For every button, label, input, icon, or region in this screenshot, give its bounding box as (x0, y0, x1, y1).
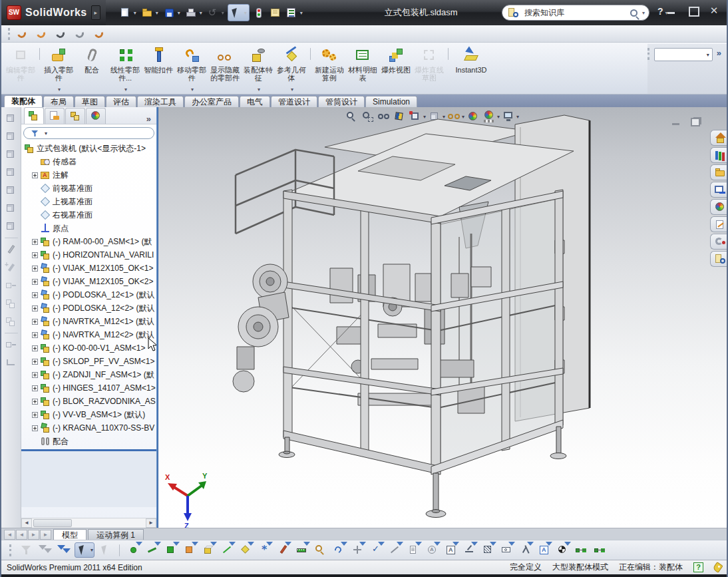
expander-icon[interactable] (32, 266, 38, 272)
tree-item[interactable]: 右视基准面 (21, 208, 156, 222)
rebuild-stoplight[interactable] (251, 4, 266, 21)
command-tab[interactable]: 评估 (106, 96, 136, 107)
tree-item[interactable]: 传感器 (21, 155, 156, 168)
edit-sketch[interactable] (3, 241, 19, 258)
property-manager-tab[interactable] (45, 108, 65, 124)
new-document[interactable]: ▾ (118, 4, 138, 21)
filter-annotations[interactable] (536, 543, 552, 557)
maximize-button[interactable] (687, 5, 699, 16)
knowledge-search-box[interactable]: 搜索知识库 ▾ (502, 5, 649, 21)
command-tab[interactable]: Simulation (365, 96, 417, 107)
ribbon-button[interactable]: 新建运动算例 (313, 44, 346, 94)
model-tab[interactable]: 模型 (53, 529, 87, 540)
expander-icon[interactable] (32, 279, 38, 285)
tree-item[interactable]: 上视基准面 (21, 195, 156, 208)
filter-balloons[interactable] (425, 543, 440, 557)
ribbon-button[interactable]: 显示隐藏的零部件 (208, 44, 242, 94)
view-palette[interactable] (710, 182, 728, 198)
first-tab[interactable]: ◄ (4, 530, 15, 540)
tree-item[interactable]: 原点 (21, 222, 156, 235)
ribbon-button[interactable]: 装配体特征 ▾ (242, 44, 275, 94)
tree-item[interactable]: 注解 (21, 168, 156, 182)
ribbon-overflow-chevron[interactable]: » (717, 48, 721, 58)
tree-horizontal-scrollbar[interactable]: ◄ ► (21, 518, 156, 528)
toolbar-grip[interactable] (647, 48, 650, 60)
filter-all[interactable] (56, 543, 71, 557)
ribbon-button[interactable]: 爆炸直线草图 (413, 44, 446, 94)
tree-item[interactable]: (-) VV-VB_ASM<1> (默认) (21, 408, 156, 421)
command-tab[interactable]: 装配体 (4, 95, 43, 107)
view-top[interactable] (3, 182, 19, 199)
expander-icon[interactable] (32, 425, 38, 431)
undo[interactable]: ▾ (206, 4, 226, 21)
insert-sketch[interactable] (3, 259, 19, 276)
filter-surface-bodies[interactable] (182, 543, 198, 557)
clear-selection-filters[interactable] (19, 543, 34, 557)
file-explorer[interactable] (710, 164, 728, 180)
filter-faces[interactable] (164, 543, 179, 557)
filter-sketch-segments[interactable] (294, 543, 309, 557)
expander-icon[interactable] (32, 359, 38, 365)
ribbon-button[interactable]: Instant3D (451, 44, 492, 94)
scroll-right-icon[interactable]: ► (146, 518, 156, 528)
filter-routing-points[interactable] (574, 543, 589, 557)
ribbon-button[interactable]: 移动零部件 ▾ (175, 44, 208, 94)
filter-temporary-axes[interactable] (387, 543, 403, 557)
command-tab[interactable]: 管道设计 (271, 96, 317, 107)
expander-icon[interactable] (32, 172, 38, 178)
custom-properties[interactable] (710, 216, 728, 232)
ribbon-button[interactable] (310, 48, 311, 60)
filter-midpoints[interactable] (331, 543, 347, 557)
filter-sketches[interactable] (275, 543, 291, 557)
filter-weld-symbols[interactable] (462, 543, 477, 557)
tree-item[interactable]: 配合 (21, 435, 156, 448)
ribbon-button[interactable] (448, 48, 449, 60)
expander-icon[interactable] (32, 412, 38, 418)
tree-item[interactable]: (-) PODLOSKA_12<2> (默认 (21, 301, 156, 315)
filter-geometric-tolerances[interactable] (499, 543, 514, 557)
flexible-hose[interactable] (53, 25, 69, 43)
command-tab[interactable]: 办公室产品 (184, 96, 239, 107)
ribbon-button[interactable]: 编辑零部件 (4, 44, 37, 94)
filter-planes[interactable] (238, 543, 254, 557)
open[interactable]: ▾ (140, 4, 160, 21)
ribbon-button[interactable]: 配合 (75, 44, 108, 94)
toolbar-combo-box[interactable]: ▾ (654, 48, 713, 61)
filter-datums[interactable] (443, 543, 458, 557)
magnified-selection[interactable] (313, 543, 328, 557)
filter-sketch-points[interactable] (257, 543, 272, 557)
tree-item[interactable]: (-) SKLOP_PF_VV_ASM<1> (21, 355, 156, 368)
quick-tips-icon[interactable]: ? (693, 562, 703, 572)
model-tab[interactable]: 运动算例 1 (88, 529, 144, 540)
filter-center-of-mass[interactable] (555, 543, 570, 557)
tree-item[interactable]: (-) HORIZONTALNA_VARILI (21, 248, 156, 262)
document-recovery[interactable] (710, 234, 728, 250)
graphics-viewport[interactable]: ▾ ▾ ▾ ▾ (158, 107, 728, 528)
expander-icon[interactable] (32, 385, 38, 391)
tree-item[interactable]: (-) NAVRTKA_M12<1> (默认 (21, 315, 156, 328)
panel-overflow-chevron[interactable]: » (146, 114, 151, 124)
ribbon-button[interactable] (39, 48, 40, 60)
cad-model-packaging-machine[interactable] (158, 107, 728, 528)
connector-pin[interactable] (92, 25, 107, 43)
command-tab[interactable]: 电气 (240, 96, 270, 107)
filter-connection-points[interactable] (592, 543, 608, 557)
expander-icon[interactable] (32, 292, 38, 298)
feature-manager-tab[interactable] (24, 107, 44, 124)
appearances-scenes[interactable] (710, 199, 728, 215)
solidworks-resources[interactable] (710, 130, 728, 146)
tag-icon[interactable] (712, 562, 723, 573)
file-properties[interactable] (268, 4, 283, 21)
tree-item[interactable]: (-) RAM-00-00_ASM<1> (默 (21, 235, 156, 248)
print[interactable]: ▾ (184, 4, 204, 21)
tree-item[interactable]: (-) BLOK_RAZVODNIKA_AS (21, 395, 156, 408)
expander-icon[interactable] (32, 305, 38, 311)
command-tab[interactable]: 草图 (75, 96, 105, 107)
design-library[interactable] (710, 147, 728, 163)
view-bottom[interactable] (3, 200, 19, 217)
previous-tab[interactable]: ◄ (16, 530, 27, 540)
tree-item[interactable]: (-) VIJAK_M12X105_OK<1> (21, 262, 156, 275)
expander-icon[interactable] (32, 332, 38, 338)
select-other[interactable] (98, 543, 113, 557)
ribbon-button[interactable]: 智能扣件 (142, 44, 175, 94)
